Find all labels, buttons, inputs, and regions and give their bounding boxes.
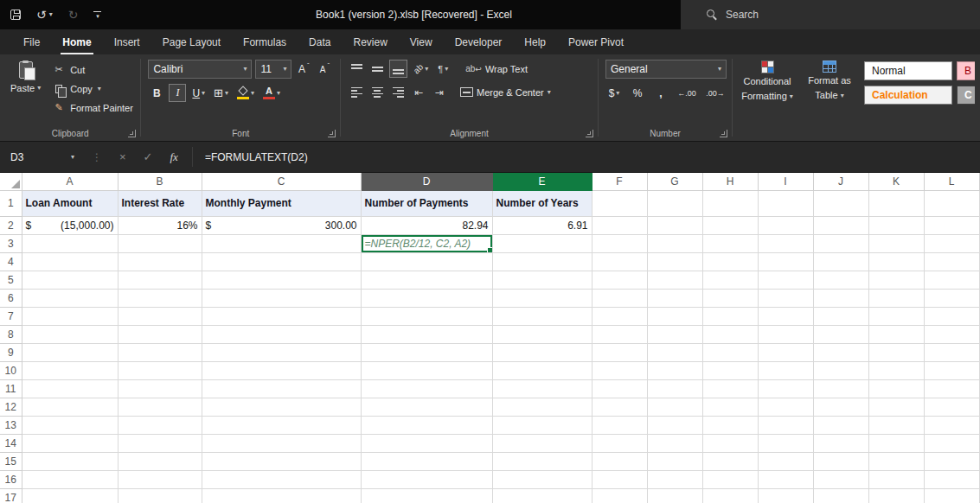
cell-G7[interactable] [647,307,702,325]
cell-E3[interactable] [492,234,592,252]
number-dialog-launcher-icon[interactable] [720,130,727,137]
row-header-17[interactable]: 17 [0,488,22,503]
cell-L10[interactable] [924,361,979,379]
cell-K8[interactable] [868,325,924,343]
tab-power-pivot[interactable]: Power Pivot [557,29,635,54]
cell-I2[interactable] [758,216,813,234]
cell-J10[interactable] [813,361,868,379]
tab-formulas[interactable]: Formulas [232,29,298,54]
cell-I10[interactable] [758,361,813,379]
cell-H4[interactable] [702,252,758,271]
cell-C7[interactable] [202,307,361,325]
cell-G14[interactable] [647,434,702,452]
merge-center-caret-icon[interactable]: ▾ [548,89,551,96]
cell-E2[interactable]: 6.91 [492,216,592,234]
top-align-button[interactable] [348,60,365,78]
cell-F9[interactable] [592,343,647,361]
cell-K15[interactable] [868,452,924,470]
cell-L11[interactable] [924,379,979,398]
alignment-dialog-launcher-icon[interactable] [586,130,593,137]
cell-K14[interactable] [868,434,924,452]
cell-A3[interactable] [22,234,118,252]
cell-H10[interactable] [702,361,758,379]
cell-K6[interactable] [868,289,924,307]
tab-home[interactable]: Home [51,29,102,54]
cell-I1[interactable] [758,190,813,216]
cell-H16[interactable] [702,470,758,488]
increase-decimal-button[interactable]: ←.00 [676,84,698,102]
cell-G17[interactable] [647,488,702,503]
style-bad[interactable]: B [957,61,975,80]
cell-A17[interactable] [22,488,118,503]
center-button[interactable] [368,83,386,101]
cell-F2[interactable] [592,216,647,234]
cell-K9[interactable] [868,343,924,361]
cell-J15[interactable] [813,452,868,470]
insert-function-icon[interactable]: fx [170,150,178,164]
row-header-15[interactable]: 15 [0,452,22,470]
cell-H1[interactable] [702,190,758,216]
cell-I14[interactable] [758,434,813,452]
font-color-button[interactable]: A▾ [260,84,283,102]
cell-I12[interactable] [758,398,813,416]
text-direction-button[interactable]: ¶▾ [434,60,452,78]
cell-C17[interactable] [202,488,361,503]
merge-center-button[interactable]: Merge & Center▾ [460,87,551,98]
cell-A16[interactable] [22,470,118,488]
style-normal[interactable]: Normal [864,61,952,80]
cell-J14[interactable] [813,434,868,452]
row-header-3[interactable]: 3 [0,234,22,252]
cell-E11[interactable] [492,379,592,398]
cell-C11[interactable] [202,379,361,398]
formula-bar-handle-icon[interactable]: ⋮ [92,151,102,163]
cell-L12[interactable] [924,398,979,416]
column-header-G[interactable]: G [647,173,702,190]
cell-D14[interactable] [361,434,492,452]
row-header-7[interactable]: 7 [0,307,22,325]
cell-D7[interactable] [361,307,492,325]
cell-I11[interactable] [758,379,813,398]
column-header-J[interactable]: J [813,173,868,190]
font-name-select[interactable]: Calibri▾ [148,60,252,79]
cell-F16[interactable] [592,470,647,488]
format-painter-button[interactable]: ✎Format Painter [53,100,133,115]
clipboard-dialog-launcher-icon[interactable] [128,130,136,137]
cell-L16[interactable] [924,470,979,488]
cell-L2[interactable] [924,216,979,234]
cell-C14[interactable] [202,434,361,452]
cell-B13[interactable] [118,416,202,434]
row-header-14[interactable]: 14 [0,434,22,452]
cell-I5[interactable] [758,271,813,289]
cell-H17[interactable] [702,488,758,503]
borders-caret-icon[interactable]: ▾ [225,90,228,97]
decrease-indent-button[interactable]: ⇤ [410,83,427,101]
cell-H3[interactable] [702,234,758,252]
column-header-B[interactable]: B [118,173,202,190]
cell-L14[interactable] [924,434,979,452]
cell-J3[interactable] [813,234,868,252]
cell-I15[interactable] [758,452,813,470]
customize-quick-access-button[interactable]: ▾ [93,11,101,19]
cell-L1[interactable] [924,190,979,216]
cell-D5[interactable] [361,271,492,289]
cell-H8[interactable] [702,325,758,343]
cell-D12[interactable] [361,398,492,416]
cell-B10[interactable] [118,361,202,379]
row-header-2[interactable]: 2 [0,216,22,234]
bold-button[interactable]: B [148,84,165,102]
cell-C2[interactable]: $300.00 [202,216,361,234]
cell-E17[interactable] [492,488,592,503]
cell-G5[interactable] [647,271,702,289]
column-header-A[interactable]: A [22,173,118,190]
cell-F10[interactable] [592,361,647,379]
cell-L9[interactable] [924,343,979,361]
cell-F4[interactable] [592,252,647,271]
cell-A14[interactable] [22,434,118,452]
cell-G2[interactable] [647,216,702,234]
column-header-C[interactable]: C [202,173,361,190]
cell-G16[interactable] [647,470,702,488]
cell-K12[interactable] [868,398,924,416]
cell-I8[interactable] [758,325,813,343]
cell-A6[interactable] [22,289,118,307]
cell-D16[interactable] [361,470,492,488]
